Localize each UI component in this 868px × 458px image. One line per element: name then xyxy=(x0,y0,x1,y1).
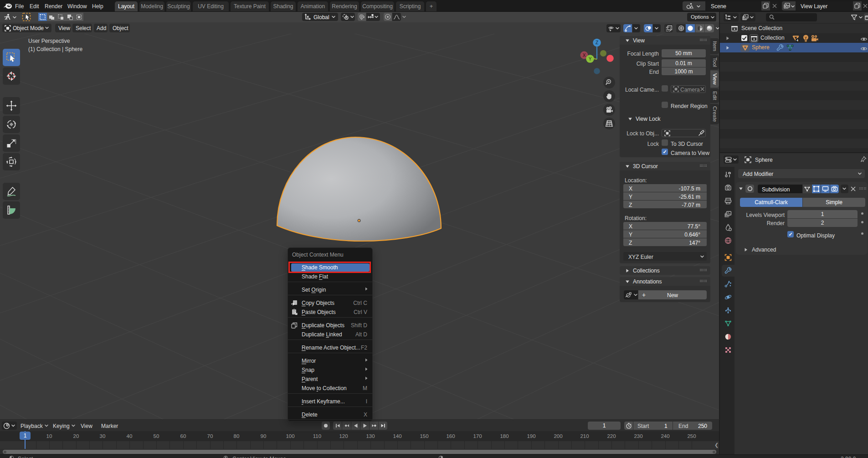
svg-text:Z: Z xyxy=(596,40,598,45)
svg-text:Y: Y xyxy=(589,57,592,62)
svg-text:X: X xyxy=(583,53,586,58)
